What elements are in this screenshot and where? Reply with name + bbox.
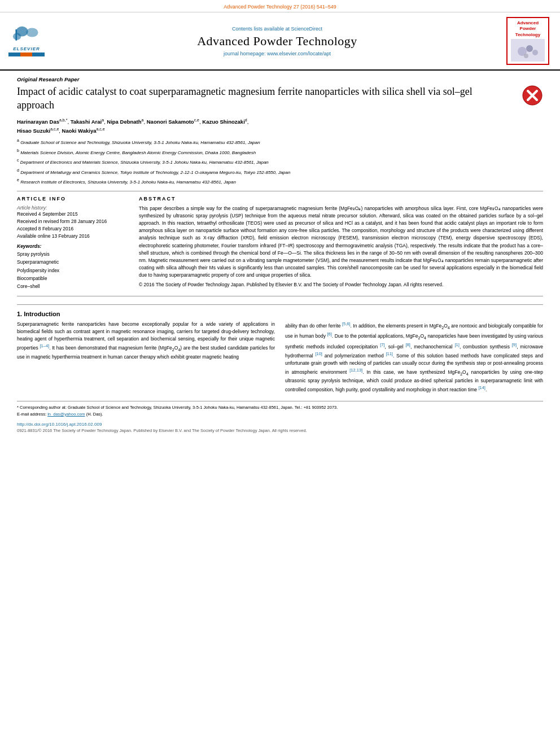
- sciencedirect-link[interactable]: ScienceDirect: [291, 26, 323, 32]
- apt-logo-image: [511, 39, 545, 62]
- available-date: Available online 13 February 2016: [17, 233, 130, 239]
- keywords-list: Spray pyrolysis Superparamagnetic Polydi…: [17, 250, 130, 291]
- article-info-col: ARTICLE INFO Article history: Received 4…: [17, 196, 130, 291]
- revised-date: Received in revised form 28 January 2016: [17, 219, 130, 224]
- contents-available-line: Contents lists available at ScienceDirec…: [52, 26, 502, 32]
- journal-reference-link[interactable]: Advanced Powder Technology 27 (2016) 541…: [224, 4, 336, 10]
- svg-point-2: [26, 28, 38, 37]
- intro-col2: ability than do other ferrite [5,6]. In …: [285, 321, 543, 397]
- elsevier-logo: ELSEVIER: [7, 25, 52, 56]
- svg-point-3: [12, 33, 20, 40]
- abstract-col: ABSTRACT This paper describes a simple w…: [139, 196, 543, 291]
- paper-content: Original Research Paper Impact of acidic…: [0, 71, 560, 439]
- abstract-text: This paper describes a simple way for th…: [139, 205, 543, 289]
- paper-type-label: Original Research Paper: [17, 76, 543, 82]
- footnote-area: * Corresponding author at: Graduate Scho…: [17, 401, 543, 417]
- journal-homepage: journal homepage: www.elsevier.com/locat…: [52, 51, 502, 56]
- intro-heading: 1. Introduction: [17, 311, 543, 317]
- divider2: [17, 296, 543, 296]
- crossmark-icon: [522, 85, 543, 106]
- affiliations-block: a Graduate School of Science and Technol…: [17, 137, 543, 186]
- journal-title: Advanced Powder Technology: [52, 34, 502, 49]
- divider: [17, 191, 543, 191]
- apt-logo-box: AdvancedPowderTechnology: [502, 17, 553, 65]
- accepted-date: Accepted 8 February 2016: [17, 226, 130, 231]
- apt-logo-title: AdvancedPowderTechnology: [511, 20, 545, 38]
- journal-title-area: Contents lists available at ScienceDirec…: [52, 26, 502, 56]
- elsevier-wordmark: ELSEVIER: [13, 46, 40, 51]
- received-date: Received 4 September 2015: [17, 211, 130, 217]
- history-label: Article history:: [17, 205, 130, 211]
- authors-line: Harinarayan Dasa,b,*, Takashi Araia, Nip…: [17, 117, 543, 136]
- intro-body: Superparamagnetic ferrite nanoparticles …: [17, 321, 543, 397]
- apt-logo-graphic: [514, 40, 542, 60]
- abstract-heading: ABSTRACT: [139, 196, 543, 202]
- intro-col1: Superparamagnetic ferrite nanoparticles …: [17, 321, 275, 397]
- keywords-label: Keywords:: [17, 243, 130, 249]
- elsevier-tree-icon: [11, 25, 42, 45]
- svg-point-7: [524, 54, 528, 58]
- article-info-heading: ARTICLE INFO: [17, 196, 130, 202]
- email-link[interactable]: ln_das@yahoo.com: [47, 412, 85, 417]
- svg-point-5: [526, 45, 533, 52]
- journal-reference-bar: Advanced Powder Technology 27 (2016) 541…: [0, 0, 560, 12]
- crossmark-area: [522, 85, 543, 107]
- abstract-section: ARTICLE INFO Article history: Received 4…: [17, 196, 543, 291]
- doi-link[interactable]: http://dx.doi.org/10.1016/j.apt.2016.02.…: [17, 422, 543, 427]
- elsevier-color-bar: [8, 53, 45, 56]
- footnote-star: * Corresponding author at: Graduate Scho…: [17, 404, 543, 410]
- svg-point-6: [532, 50, 538, 55]
- footnote-email: E-mail address: ln_das@yahoo.com (H. Das…: [17, 411, 543, 417]
- copyright-notice: 0921-8831/© 2016 The Society of Powder T…: [17, 428, 543, 433]
- paper-title: Impact of acidic catalyst to coat superp…: [17, 85, 543, 112]
- introduction-section: 1. Introduction Superparamagnetic ferrit…: [17, 304, 543, 397]
- bottom-links: http://dx.doi.org/10.1016/j.apt.2016.02.…: [17, 422, 543, 433]
- journal-header: ELSEVIER Contents lists available at Sci…: [0, 12, 560, 71]
